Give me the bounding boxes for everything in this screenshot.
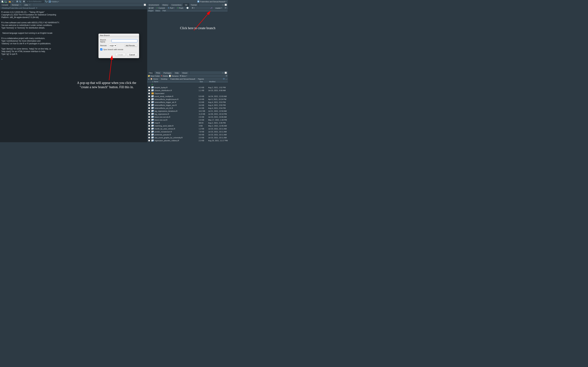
commit-button[interactable]: ✔Commit [156, 7, 165, 9]
crumb-figures[interactable]: Figures [198, 78, 204, 80]
updir-row[interactable]: ⬆.. [147, 83, 228, 86]
file-row[interactable]: heteroeffects_uni_ifc.R4.4 KBAug 4, 2021… [147, 107, 228, 110]
header-staged[interactable]: Staged [147, 9, 154, 12]
delete-button[interactable]: ✖Delete [161, 75, 168, 77]
crumb-home[interactable]: Home [153, 78, 158, 80]
cancel-button[interactable]: Cancel [127, 53, 137, 56]
file-row[interactable]: map.R920 BAug 2, 2021, 2:30 PM [147, 121, 228, 124]
save-icon[interactable] [16, 0, 18, 3]
maximize-icon[interactable]: ⬜ [225, 4, 227, 6]
file-checkbox[interactable] [148, 107, 150, 109]
file-checkbox[interactable] [148, 96, 150, 97]
more-menu[interactable]: ⚙More▾ [180, 75, 187, 77]
file-row[interactable]: leave-one-out-ols.R2.5 KBJul 23, 2021, 1… [147, 116, 228, 118]
file-checkbox[interactable] [148, 92, 150, 94]
tab-connections[interactable]: Connections [170, 3, 183, 6]
history-button[interactable]: 🕘 [186, 7, 190, 9]
tab-environment[interactable]: Environment [147, 3, 161, 6]
branch-selector[interactable]: master▾ [215, 7, 223, 9]
file-checkbox[interactable] [148, 90, 150, 91]
file-checkbox[interactable] [148, 87, 150, 88]
addins-menu[interactable]: Addins ▾ [52, 0, 60, 3]
remote-select[interactable]: origin [109, 44, 117, 47]
file-row[interactable]: Depreciated [147, 92, 228, 95]
rename-button[interactable]: 📝Rename [169, 75, 179, 77]
minimize-icon[interactable]: ▭ [222, 72, 224, 74]
open-recent-caret[interactable]: ▾ [12, 0, 14, 3]
file-checkbox[interactable] [148, 110, 150, 112]
header-path[interactable]: Path [162, 9, 228, 12]
file-row[interactable]: month_by_year_crimes.R1.2 KBJul 23, 2021… [147, 127, 228, 130]
file-row[interactable]: leave-one-out.R2.9 KBMay 17, 2021, 1:44 … [147, 118, 228, 121]
file-row[interactable]: lag_regressions.R11.9 KBJul 30, 2021, 10… [147, 113, 228, 116]
file-row[interactable]: regression_placebo_robbery.R2.3 KBAug 29… [147, 139, 228, 142]
close-icon[interactable]: ✕ [29, 4, 30, 6]
file-checkbox[interactable] [148, 116, 150, 118]
file-row[interactable]: barplot_byday.R4.3 KBAug 2, 2021, 1:52 P… [147, 86, 228, 89]
file-checkbox[interactable] [148, 131, 150, 133]
open-file-icon[interactable] [9, 0, 11, 3]
close-icon[interactable]: ✕ [19, 4, 21, 6]
file-checkbox[interactable] [148, 101, 150, 103]
tab-console[interactable]: Console [0, 3, 10, 6]
file-row[interactable]: heteroeffects_trigger_alc.R3.3 KBAug 4, … [147, 101, 228, 104]
file-row[interactable]: closure_distribution.R1.1 KBJul 23, 2021… [147, 89, 228, 92]
print-icon[interactable] [23, 0, 25, 3]
file-checkbox[interactable] [148, 137, 150, 138]
tab-history[interactable]: History [161, 3, 170, 6]
tab-jobs[interactable]: Jobs✕ [23, 3, 32, 6]
push-button[interactable]: ⬆Push [176, 7, 184, 9]
file-checkbox[interactable] [148, 140, 150, 142]
tools-icon[interactable]: 🔧 [45, 0, 47, 3]
file-row[interactable]: predict_moratorium.R7.8 KBJul 23, 2021, … [147, 130, 228, 133]
path-arrow-icon[interactable]: ➜ [36, 7, 37, 9]
new-project-icon[interactable] [4, 0, 7, 3]
header-modified[interactable]: Modified [208, 80, 228, 83]
new-file-icon[interactable] [1, 0, 4, 3]
file-row[interactable]: heteroeffects_trigger_sex.R3.4 KBAug 4, … [147, 104, 228, 107]
add-remote-button[interactable]: Add Remote... [124, 44, 137, 47]
file-row[interactable]: pretrends_pseudo.R4.6 KBJul 23, 2021, 10… [147, 133, 228, 136]
file-checkbox[interactable] [148, 119, 150, 121]
tab-viewer[interactable]: Viewer [181, 71, 189, 74]
r-logo-icon[interactable]: Ⓡ [223, 78, 225, 80]
pull-button[interactable]: ⬇Pull▾ [167, 7, 175, 9]
file-row[interactable]: event_study_multiple.R5.9 KBJul 24, 2021… [147, 95, 228, 98]
file-checkbox[interactable] [148, 122, 150, 124]
file-row[interactable]: matching_word_table.R3 KBMay 2, 2021, 12… [147, 124, 228, 127]
file-checkbox[interactable] [148, 134, 150, 135]
console-output[interactable]: R version 4.0.2 (2020-06-22) -- "Taking … [0, 9, 147, 142]
tab-help[interactable]: Help [173, 71, 181, 74]
goto-file-input[interactable]: ➜ Go to file/function [26, 0, 44, 3]
file-checkbox[interactable] [148, 128, 150, 130]
cloud-icon[interactable]: ☁ [148, 78, 150, 80]
header-name[interactable]: ▲Name [151, 80, 199, 83]
file-row[interactable]: heteroeffects_lengthclosure.R5.9 KBApr 8… [147, 98, 228, 101]
more-button[interactable]: ⚙▾ [191, 7, 195, 9]
crumb-desktop[interactable]: Desktop [161, 78, 167, 80]
tools-caret[interactable]: ▾ [47, 1, 48, 2]
refresh-button[interactable]: ⟳ [224, 7, 227, 9]
refresh-icon[interactable]: ⟳ [226, 75, 227, 77]
new-branch-button[interactable]: ⎇ [209, 7, 213, 9]
tab-tutorial[interactable]: Tutorial [189, 3, 198, 6]
save-all-icon[interactable] [19, 0, 21, 3]
sync-checkbox[interactable] [100, 48, 102, 50]
crumb-project[interactable]: Fraternities and Sexual Assault [170, 78, 195, 80]
file-row[interactable]: regressions_main.R3.8 KBAug 5, 2021, 1:2… [147, 142, 228, 142]
maximize-icon[interactable]: ⬜ [225, 72, 227, 74]
home-icon[interactable]: 🏠 [150, 78, 153, 80]
diff-button[interactable]: ▤Diff [148, 7, 154, 9]
ellipsis-icon[interactable]: … [225, 78, 227, 80]
file-row[interactable]: lag_regressions_iterations.R14.2 KBJul 2… [147, 110, 228, 113]
minimize-icon[interactable]: ▭ [222, 4, 224, 6]
file-checkbox[interactable] [148, 104, 150, 106]
tab-packages[interactable]: Packages [162, 71, 173, 74]
create-button[interactable]: Create [115, 53, 126, 56]
tab-plots[interactable]: Plots [154, 71, 162, 74]
header-size[interactable]: Size [199, 80, 208, 83]
file-row[interactable]: raw_count_graphs_by_university.R2.3 KBJu… [147, 136, 228, 139]
grid-icon[interactable] [49, 0, 51, 3]
file-checkbox[interactable] [148, 125, 150, 127]
file-checkbox[interactable] [148, 113, 150, 115]
